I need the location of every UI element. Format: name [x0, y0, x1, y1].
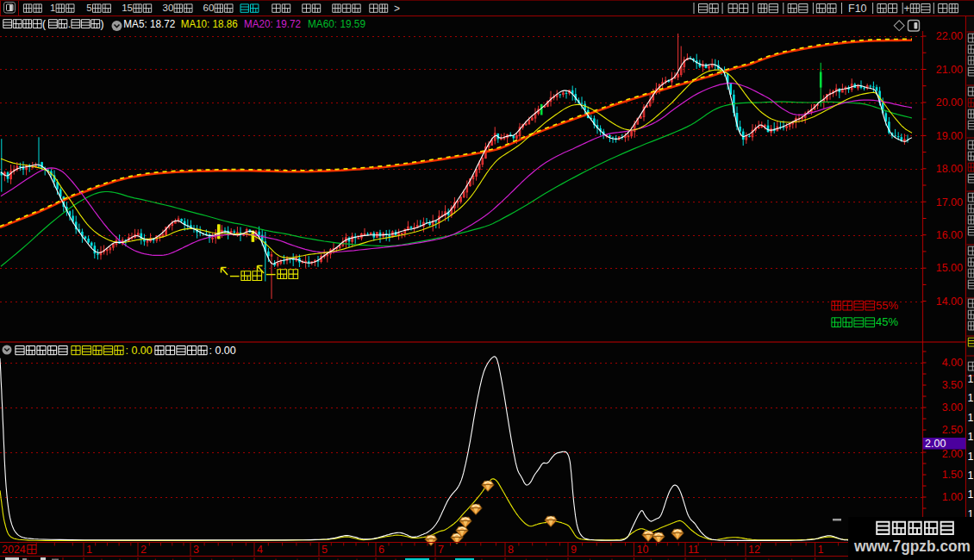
- svg-text:5: 5: [322, 544, 328, 556]
- svg-text:+: +: [904, 3, 910, 15]
- svg-text:9: 9: [571, 544, 577, 556]
- svg-text:1.50: 1.50: [942, 469, 963, 481]
- svg-text:30: 30: [163, 3, 174, 13]
- svg-text:60: 60: [203, 3, 215, 13]
- svg-text:14.00: 14.00: [936, 296, 963, 308]
- svg-text:20.00: 20.00: [936, 96, 963, 109]
- svg-text:): ): [101, 18, 104, 30]
- svg-text:1: 1: [968, 412, 974, 424]
- svg-text:www.7gpzb.com: www.7gpzb.com: [853, 538, 971, 555]
- svg-text:1: 1: [968, 451, 974, 463]
- svg-text:1: 1: [968, 488, 974, 501]
- svg-text:MA5: 18.72: MA5: 18.72: [123, 17, 175, 30]
- svg-text:.: .: [68, 18, 71, 30]
- svg-text:2: 2: [140, 544, 147, 556]
- svg-text:7: 7: [438, 544, 444, 556]
- svg-text:22.00: 22.00: [936, 30, 963, 42]
- svg-text:MA60: 19.59: MA60: 19.59: [308, 17, 365, 30]
- svg-text:1.00: 1.00: [942, 491, 963, 503]
- svg-text:6: 6: [378, 544, 384, 556]
- svg-text:3: 3: [193, 544, 199, 556]
- svg-text:55%: 55%: [876, 299, 898, 312]
- svg-text:16.00: 16.00: [936, 229, 963, 241]
- svg-text:F10: F10: [848, 3, 867, 15]
- svg-text:MA20: 19.72: MA20: 19.72: [244, 17, 301, 30]
- svg-text:8: 8: [508, 544, 514, 556]
- svg-text:2.50: 2.50: [942, 424, 963, 436]
- svg-text:3.00: 3.00: [942, 401, 963, 414]
- svg-text:1: 1: [968, 392, 974, 404]
- svg-text:2.00: 2.00: [942, 448, 963, 460]
- svg-text:2024: 2024: [2, 544, 26, 556]
- svg-text:17.00: 17.00: [936, 196, 963, 208]
- svg-text:5: 5: [86, 3, 91, 13]
- svg-text:3.50: 3.50: [942, 379, 963, 391]
- svg-text:15: 15: [122, 3, 133, 13]
- svg-text:19.00: 19.00: [936, 130, 963, 142]
- svg-text:4.00: 4.00: [942, 357, 963, 369]
- svg-text:1: 1: [50, 3, 55, 13]
- svg-text:: 0.00: : 0.00: [126, 345, 153, 357]
- svg-text:1: 1: [86, 544, 92, 556]
- svg-text:18.00: 18.00: [936, 163, 963, 175]
- svg-text:10: 10: [637, 544, 649, 556]
- svg-text:: 0.00: : 0.00: [209, 345, 236, 357]
- svg-text:21.00: 21.00: [936, 64, 963, 76]
- svg-text:11: 11: [688, 544, 699, 556]
- svg-text:1: 1: [818, 544, 824, 556]
- svg-text:2.00: 2.00: [925, 438, 946, 450]
- svg-text:>: >: [394, 3, 400, 15]
- svg-text:4: 4: [257, 544, 263, 556]
- svg-text:1: 1: [968, 431, 974, 443]
- svg-text:45%: 45%: [876, 315, 898, 328]
- svg-text:(: (: [42, 18, 46, 30]
- svg-text:1: 1: [968, 470, 974, 482]
- svg-text:12: 12: [748, 544, 760, 556]
- svg-text:1: 1: [968, 373, 974, 385]
- svg-text:MA10: 18.86: MA10: 18.86: [181, 17, 238, 30]
- svg-text:15.00: 15.00: [936, 262, 963, 274]
